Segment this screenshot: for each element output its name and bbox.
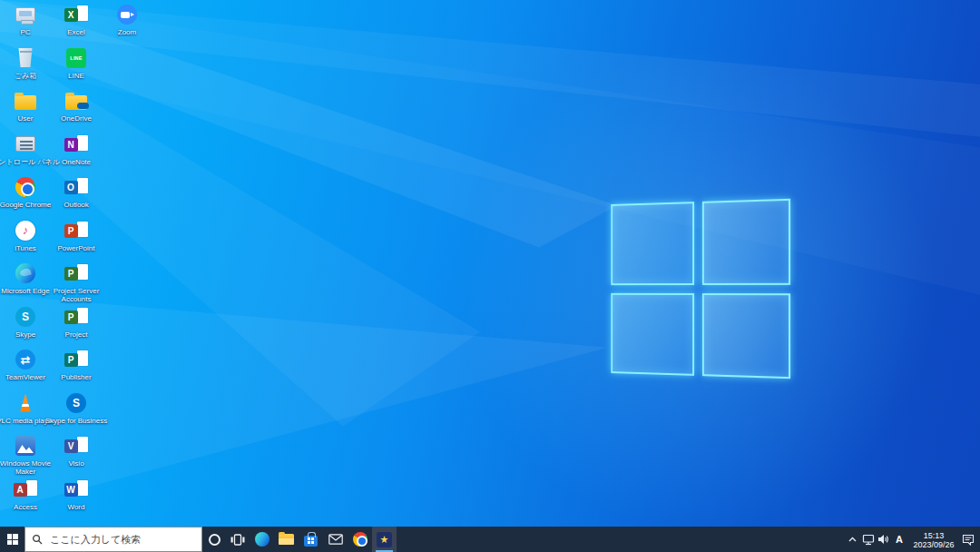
desktop-icon-outlook[interactable]: O Outlook	[51, 176, 102, 209]
desktop-icon-control-panel[interactable]: コントロール パネル	[0, 133, 51, 166]
task-view-icon	[230, 534, 245, 546]
desktop-icon-project-server-accounts[interactable]: P Project Server Accounts	[51, 262, 102, 303]
desktop-icon-zoom[interactable]: Zoom	[102, 4, 152, 36]
desktop-icon-publisher[interactable]: P Publisher	[51, 349, 102, 381]
taskbar-app-active[interactable]: ★	[372, 527, 397, 552]
desktop-icon-word[interactable]: W Word	[51, 478, 102, 511]
icon-label: Zoom	[118, 28, 136, 36]
desktop-icon-onenote[interactable]: N OneNote	[51, 133, 102, 166]
desktop-icon-user-folder[interactable]: User	[0, 90, 51, 123]
desktop-icon-access[interactable]: A Access	[0, 478, 51, 511]
tray-chevron-button[interactable]	[845, 527, 860, 552]
file-explorer-icon	[279, 534, 294, 545]
desktop-icon-excel[interactable]: X Excel	[51, 4, 102, 36]
teamviewer-icon: ⇄	[15, 350, 35, 370]
desktop-icon-vlc[interactable]: VLC media player	[0, 392, 51, 425]
light-ray	[0, 0, 980, 527]
desktop-icon-movie-maker[interactable]: Windows Movie Maker	[0, 435, 51, 476]
recycle-bin-icon	[18, 48, 34, 67]
taskbar-clock[interactable]: 15:13 2023/09/26	[907, 530, 960, 549]
desktop-icon-recycle-bin[interactable]: ごみ箱	[0, 47, 51, 80]
cortana-button[interactable]	[202, 527, 226, 552]
ime-indicator[interactable]: A	[891, 534, 907, 545]
icon-label: PowerPoint	[58, 244, 95, 252]
icon-label: Excel	[67, 28, 85, 36]
icon-label: LINE	[68, 72, 84, 80]
edge-icon	[15, 263, 35, 283]
task-view-button[interactable]	[226, 527, 250, 552]
desktop-icon-skype[interactable]: S Skype	[0, 306, 51, 339]
icon-label: Outlook	[64, 201, 89, 209]
skype-icon: S	[15, 307, 35, 327]
windows-logo	[611, 199, 790, 379]
icon-label: Skype for Business	[45, 417, 107, 425]
desktop-icon-line[interactable]: LINE LINE	[51, 47, 102, 80]
icon-label: Project	[65, 330, 88, 339]
microsoft-store-icon	[304, 536, 318, 547]
icon-label: OneDrive	[61, 114, 92, 123]
tray-volume-button[interactable]	[876, 527, 891, 552]
onenote-icon: N	[64, 135, 89, 153]
desktop-icon-itunes[interactable]: ♪ iTunes	[0, 220, 51, 252]
taskbar-app-edge[interactable]	[250, 527, 274, 552]
notification-center-button[interactable]	[960, 527, 975, 552]
icon-label: Access	[14, 503, 37, 511]
desktop-icon-skype-for-business[interactable]: S Skype for Business	[51, 392, 102, 425]
taskbar-app-file-explorer[interactable]	[274, 527, 299, 552]
light-ray	[0, 0, 980, 527]
onedrive-icon	[65, 95, 87, 110]
folder-icon	[15, 95, 36, 110]
windows-logo-pane	[701, 199, 790, 285]
chevron-up-icon	[848, 535, 858, 544]
search-input[interactable]	[48, 533, 195, 546]
desktop-icon-powerpoint[interactable]: P PowerPoint	[51, 220, 102, 252]
taskbar-app-chrome[interactable]	[348, 527, 372, 552]
network-icon	[862, 534, 875, 546]
desktop-icon-teamviewer[interactable]: ⇄ TeamViewer	[0, 349, 51, 381]
light-ray	[0, 0, 980, 527]
tray-network-button[interactable]	[860, 527, 876, 552]
taskbar-apps: ★	[250, 527, 397, 552]
light-ray	[0, 0, 980, 527]
windows-logo-pane	[611, 202, 693, 285]
start-button[interactable]	[0, 527, 24, 552]
icon-label: User	[18, 114, 34, 123]
search-icon	[32, 534, 43, 545]
icon-label: Google Chrome	[0, 201, 51, 209]
icon-label: Skype	[15, 330, 35, 339]
icon-label: Publisher	[61, 373, 91, 381]
star-app-icon: ★	[377, 532, 392, 547]
icon-label: TeamViewer	[5, 373, 45, 381]
visio-icon: V	[64, 437, 89, 455]
windows-logo-pane	[611, 292, 693, 376]
windows-start-icon	[7, 534, 18, 545]
desktop-icon-pc[interactable]: PC	[0, 4, 51, 36]
outlook-icon: O	[64, 178, 89, 196]
publisher-icon: P	[64, 350, 89, 369]
line-icon: LINE	[66, 48, 86, 68]
project-icon: P	[64, 308, 89, 326]
taskbar-search[interactable]	[24, 527, 202, 552]
word-icon: W	[64, 480, 89, 498]
taskbar-app-mail[interactable]	[323, 527, 348, 552]
itunes-icon: ♪	[15, 221, 35, 241]
chrome-icon	[353, 532, 368, 547]
desktop-wallpaper: PC X Excel Zoom ごみ箱 LINE LINE User OneDr…	[0, 0, 980, 527]
light-ray	[0, 0, 980, 527]
icon-label: Project Server Accounts	[42, 287, 111, 303]
access-icon: A	[14, 480, 38, 498]
desktop-icon-project[interactable]: P Project	[51, 306, 102, 339]
desktop-icon-visio[interactable]: V Visio	[51, 435, 102, 468]
chrome-icon	[15, 177, 35, 197]
notification-icon	[962, 534, 975, 546]
mail-icon	[328, 534, 343, 545]
excel-icon: X	[64, 5, 89, 24]
taskbar: ★ A 15:13 2023/09/26	[0, 527, 980, 552]
cortana-icon	[209, 534, 220, 546]
skype-for-business-icon: S	[66, 393, 86, 413]
taskbar-app-store[interactable]	[299, 527, 323, 552]
icon-label: iTunes	[15, 244, 36, 252]
desktop-icon-onedrive[interactable]: OneDrive	[51, 90, 102, 123]
icon-label: Word	[68, 503, 85, 511]
desktop-icon-chrome[interactable]: Google Chrome	[0, 176, 51, 209]
